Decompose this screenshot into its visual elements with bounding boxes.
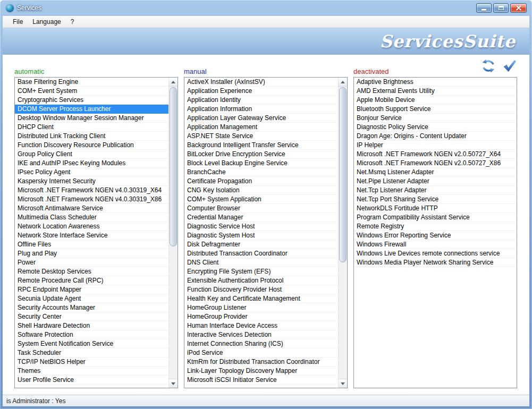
service-item[interactable]: DHCP Client: [15, 123, 168, 132]
service-item[interactable]: Microsoft Antimalware Service: [15, 204, 168, 213]
service-item[interactable]: Windows Media Player Network Sharing Ser…: [354, 258, 517, 267]
scroll-down-button[interactable]: [169, 379, 178, 388]
service-item[interactable]: Plug and Play: [15, 249, 168, 258]
service-item[interactable]: Net.Tcp Listener Adapter: [354, 186, 517, 195]
service-item[interactable]: Microsoft iSCSI Initiator Service: [184, 376, 338, 385]
service-item[interactable]: iPod Service: [184, 348, 338, 357]
service-item[interactable]: IPsec Policy Agent: [15, 168, 168, 177]
service-item[interactable]: Net.Msmq Listener Adapter: [354, 168, 517, 177]
service-item[interactable]: User Profile Service: [15, 376, 168, 385]
service-item[interactable]: Human Interface Device Access: [184, 321, 338, 330]
service-item[interactable]: Cryptographic Services: [15, 96, 168, 105]
service-item[interactable]: Shell Hardware Detection: [15, 321, 168, 330]
service-item[interactable]: Microsoft .NET Framework NGEN v2.0.50727…: [354, 159, 517, 168]
service-item[interactable]: IP Helper: [354, 141, 517, 150]
service-item[interactable]: Windows Live Devices remote connections …: [354, 249, 517, 258]
service-item[interactable]: Remote Desktop Services: [15, 267, 168, 276]
service-item[interactable]: TCP/IP NetBIOS Helper: [15, 357, 168, 367]
service-item[interactable]: Encrypting File System (EFS): [184, 267, 338, 276]
service-item[interactable]: Microsoft .NET Framework NGEN v4.0.30319…: [15, 186, 168, 195]
service-item[interactable]: Base Filtering Engine: [15, 78, 168, 87]
service-item[interactable]: RPC Endpoint Mapper: [15, 285, 168, 294]
scroll-up-button[interactable]: [169, 78, 178, 87]
service-item[interactable]: Dragon Age: Origins - Content Updater: [354, 132, 517, 141]
service-item[interactable]: System Event Notification Service: [15, 339, 168, 348]
service-item[interactable]: Disk Defragmenter: [184, 240, 338, 249]
service-item[interactable]: COM+ Event System: [15, 87, 168, 96]
service-item[interactable]: BranchCache: [184, 168, 338, 177]
service-item[interactable]: Interactive Services Detection: [184, 330, 338, 339]
service-item[interactable]: Remote Registry: [354, 222, 517, 231]
menu-help[interactable]: ?: [66, 16, 79, 27]
service-item[interactable]: Network Store Interface Service: [15, 231, 168, 240]
service-item[interactable]: Application Management: [184, 123, 338, 132]
service-item[interactable]: Power: [15, 258, 168, 267]
service-item[interactable]: Net.Tcp Port Sharing Service: [354, 195, 517, 204]
service-item[interactable]: Apple Mobile Device: [354, 96, 517, 105]
scroll-down-button[interactable]: [339, 379, 347, 388]
service-item[interactable]: Remote Procedure Call (RPC): [15, 276, 168, 285]
menu-language[interactable]: Language: [28, 16, 65, 27]
service-item[interactable]: Application Information: [184, 105, 338, 114]
service-item[interactable]: IKE and AuthIP IPsec Keying Modules: [15, 159, 168, 168]
refresh-button[interactable]: [481, 58, 496, 73]
service-item[interactable]: Network Location Awareness: [15, 222, 168, 231]
service-item[interactable]: Application Experience: [184, 87, 338, 96]
maximize-button[interactable]: [493, 3, 509, 13]
service-item[interactable]: Credential Manager: [184, 213, 338, 222]
service-item[interactable]: ASP.NET State Service: [184, 132, 338, 141]
service-item[interactable]: HomeGroup Provider: [184, 312, 338, 321]
service-item[interactable]: Distributed Link Tracking Client: [15, 132, 168, 141]
service-item[interactable]: Function Discovery Resource Publication: [15, 141, 168, 150]
service-item[interactable]: Desktop Window Manager Session Manager: [15, 114, 168, 123]
service-item[interactable]: Diagnostic Policy Service: [354, 123, 517, 132]
service-item[interactable]: Diagnostic System Host: [184, 231, 338, 240]
service-item[interactable]: ActiveX Installer (AxInstSV): [184, 78, 338, 87]
service-item[interactable]: Software Protection: [15, 330, 168, 339]
scroll-thumb[interactable]: [170, 87, 177, 246]
service-item[interactable]: Bonjour Service: [354, 114, 517, 123]
service-item[interactable]: Kaspersky Internet Security: [15, 177, 168, 186]
service-item[interactable]: Application Layer Gateway Service: [184, 114, 338, 123]
service-item[interactable]: CNG Key Isolation: [184, 186, 338, 195]
title-bar[interactable]: Services: [3, 0, 529, 16]
listbox-deactivated[interactable]: Adaptive BrightnessAMD External Events U…: [353, 77, 517, 388]
service-item[interactable]: DCOM Server Process Launcher: [15, 105, 168, 114]
service-item[interactable]: Secunia Update Agent: [15, 294, 168, 303]
service-item[interactable]: Windows Error Reporting Service: [354, 231, 517, 240]
service-item[interactable]: Security Center: [15, 312, 168, 321]
listbox-manual[interactable]: ActiveX Installer (AxInstSV)Application …: [184, 77, 348, 388]
scrollbar-manual[interactable]: [338, 78, 347, 388]
service-item[interactable]: Net.Pipe Listener Adapter: [354, 177, 517, 186]
service-item[interactable]: KtmRm for Distributed Transaction Coordi…: [184, 357, 338, 367]
service-item[interactable]: Program Compatibility Assistant Service: [354, 213, 517, 222]
service-item[interactable]: Themes: [15, 367, 168, 376]
service-item[interactable]: Windows Firewall: [354, 240, 517, 249]
service-item[interactable]: NetworkDLS Fortitude HTTP: [354, 204, 517, 213]
scroll-up-button[interactable]: [339, 78, 347, 87]
service-item[interactable]: Adaptive Brightness: [354, 78, 517, 87]
service-item[interactable]: Distributed Transaction Coordinator: [184, 249, 338, 258]
service-item[interactable]: Health Key and Certificate Management: [184, 294, 338, 303]
service-item[interactable]: Certificate Propagation: [184, 177, 338, 186]
service-item[interactable]: Group Policy Client: [15, 150, 168, 159]
service-item[interactable]: Security Accounts Manager: [15, 303, 168, 312]
scrollbar-automatic[interactable]: [168, 78, 178, 388]
service-item[interactable]: Block Level Backup Engine Service: [184, 159, 338, 168]
service-item[interactable]: Microsoft .NET Framework NGEN v2.0.50727…: [354, 150, 517, 159]
apply-button[interactable]: [502, 58, 517, 73]
close-button[interactable]: [510, 3, 527, 13]
service-item[interactable]: AMD External Events Utility: [354, 87, 517, 96]
service-item[interactable]: DNS Client: [184, 258, 338, 267]
service-item[interactable]: HomeGroup Listener: [184, 303, 338, 312]
menu-file[interactable]: File: [8, 16, 28, 27]
service-item[interactable]: COM+ System Application: [184, 195, 338, 204]
service-item[interactable]: Background Intelligent Transfer Service: [184, 141, 338, 150]
service-item[interactable]: Bluetooth Support Service: [354, 105, 517, 114]
service-item[interactable]: Offline Files: [15, 240, 168, 249]
service-item[interactable]: Link-Layer Topology Discovery Mapper: [184, 367, 338, 376]
listbox-automatic[interactable]: Base Filtering EngineCOM+ Event SystemCr…: [14, 77, 178, 388]
service-item[interactable]: Microsoft .NET Framework NGEN v4.0.30319…: [15, 195, 168, 204]
service-item[interactable]: Multimedia Class Scheduler: [15, 213, 168, 222]
service-item[interactable]: Computer Browser: [184, 204, 338, 213]
